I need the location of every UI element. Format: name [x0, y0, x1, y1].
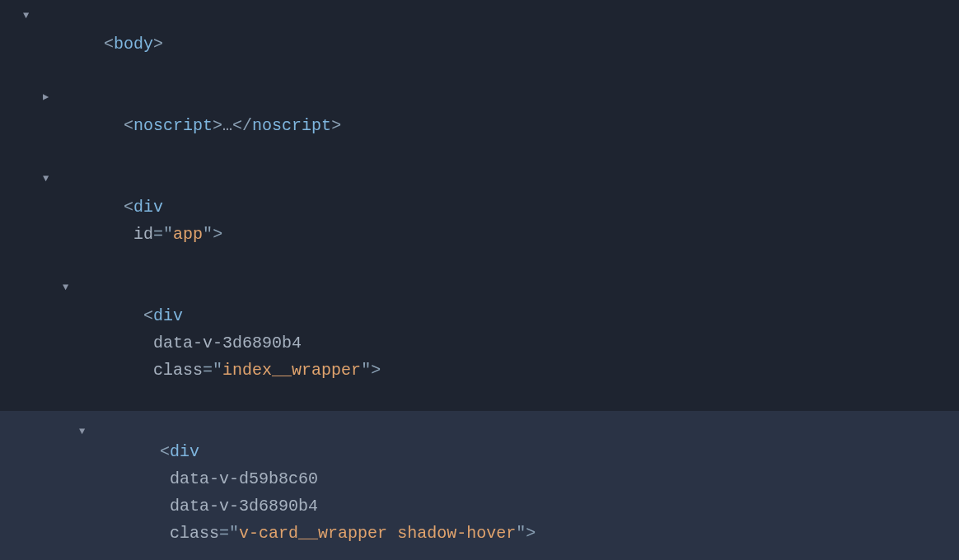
- node-div-app-open[interactable]: ▼ <div id="app">: [0, 166, 959, 275]
- caret-down-icon[interactable]: ▼: [43, 166, 54, 193]
- caret-down-icon[interactable]: ▼: [63, 274, 74, 301]
- node-noscript[interactable]: ▶ <noscript>…</noscript>: [0, 85, 959, 166]
- node-vcard-wrapper-open[interactable]: ▼ <div data-v-d59b8c60 data-v-3d6890b4 c…: [0, 411, 959, 560]
- caret-right-icon[interactable]: ▶: [43, 84, 54, 111]
- node-index-wrapper-open[interactable]: ▼ <div data-v-3d6890b4 class="index__wra…: [0, 275, 959, 411]
- caret-down-icon[interactable]: ▼: [79, 418, 91, 446]
- dom-tree-viewer[interactable]: ▼ <body> ▶ <noscript>…</noscript> ▼ <div…: [0, 0, 959, 560]
- node-body-open[interactable]: ▼ <body>: [0, 3, 959, 85]
- caret-down-icon[interactable]: ▼: [23, 2, 35, 30]
